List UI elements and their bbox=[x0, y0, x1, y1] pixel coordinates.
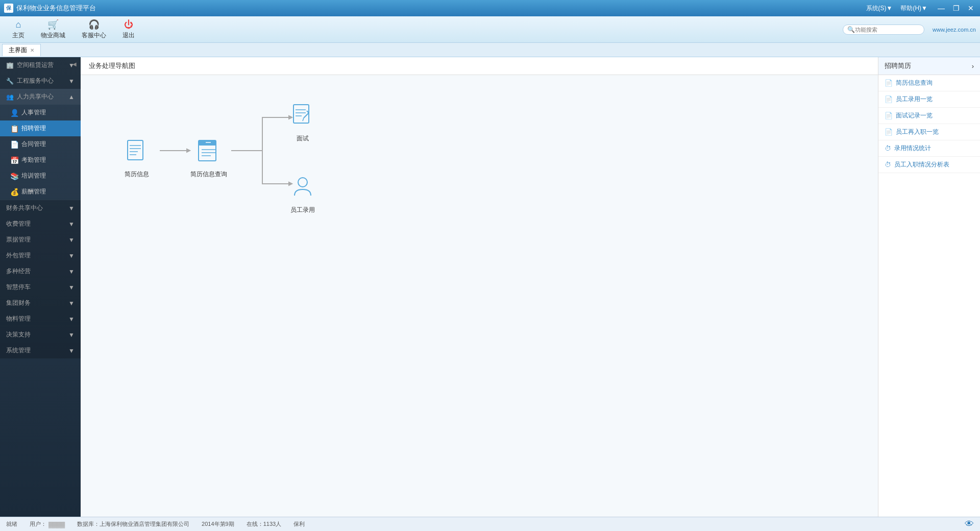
main-layout: ◀ 🏢 空间租赁运营 ▼ 🔧 工程服务中心 ▼ 👥 人力共享中心 ▲ 👤 人事管… bbox=[0, 57, 980, 517]
hire-icon bbox=[287, 172, 318, 203]
hire-label: 员工录用 bbox=[290, 206, 315, 214]
menu-logout[interactable]: ⏻ 退出 bbox=[114, 17, 143, 42]
re-hire-list-label: 员工再入职一览 bbox=[896, 128, 939, 136]
menu-service[interactable]: 🎧 客服中心 bbox=[74, 17, 114, 42]
user-name: ▓▓▓▓ bbox=[48, 521, 65, 527]
flow-fork-line bbox=[231, 150, 262, 151]
sidebar-item-fee-mgmt[interactable]: 收费管理 ▼ bbox=[0, 216, 81, 232]
menu-bar: ⌂ 主页 🛒 物业商城 🎧 客服中心 ⏻ 退出 🔍 www.jeez.com.c… bbox=[0, 16, 980, 43]
right-panel-item-re-hire-list[interactable]: 📄 员工再入职一览 bbox=[878, 124, 980, 140]
employee-analysis-label: 员工入职情况分析表 bbox=[894, 160, 949, 169]
jeez-link[interactable]: www.jeez.com.cn bbox=[933, 27, 976, 33]
service-icon: 🎧 bbox=[88, 19, 100, 30]
resume-info-label: 简历信息 bbox=[125, 170, 149, 179]
sidebar-item-group-finance[interactable]: 集团财务 ▼ bbox=[0, 295, 81, 311]
sidebar-item-recruit-mgmt[interactable]: 📋 招聘管理 bbox=[0, 120, 81, 136]
recruit-mgmt-icon: 📋 bbox=[10, 125, 18, 133]
sidebar-item-diversified[interactable]: 多种经营 ▼ bbox=[0, 263, 81, 279]
sidebar-item-finance-shared[interactable]: 财务共享中心 ▼ bbox=[0, 200, 81, 216]
engineering-icon: 🔧 bbox=[6, 78, 14, 85]
search-input[interactable] bbox=[855, 27, 916, 33]
diversified-label: 多种经营 bbox=[6, 267, 31, 276]
right-panel: 招聘简历 › 📄 简历信息查询 📄 员工录用一览 📄 面试记录一览 📄 员工再入… bbox=[878, 57, 980, 517]
status-ready: 就绪 bbox=[6, 520, 17, 528]
eye-icon[interactable]: 👁 bbox=[965, 519, 974, 529]
interview-list-label: 面试记录一览 bbox=[896, 111, 933, 120]
flow-node-resume-query[interactable]: 简历信息查询 bbox=[190, 136, 227, 179]
sidebar-item-invoice-mgmt[interactable]: 票据管理 ▼ bbox=[0, 232, 81, 248]
sidebar-item-contract-mgmt[interactable]: 📄 合同管理 bbox=[0, 136, 81, 152]
flow-node-hire[interactable]: 员工录用 bbox=[287, 172, 318, 214]
flow-node-resume-info[interactable]: 简历信息 bbox=[121, 136, 152, 179]
interview-label: 面试 bbox=[297, 134, 309, 143]
right-panel-item-hire-stats[interactable]: ⏱ 录用情况统计 bbox=[878, 140, 980, 157]
right-panel-arrow: › bbox=[972, 62, 974, 70]
contract-mgmt-label: 合同管理 bbox=[21, 140, 46, 149]
resume-query-panel-label: 简历信息查询 bbox=[896, 79, 933, 87]
space-rental-label: 空间租赁运营 bbox=[17, 61, 54, 69]
sidebar-item-hr-mgmt[interactable]: 👤 人事管理 bbox=[0, 105, 81, 120]
sidebar-item-decision-support[interactable]: 决策支持 ▼ bbox=[0, 327, 81, 343]
app-title: 保利物业业务信息管理平台 bbox=[16, 4, 96, 13]
sidebar-item-hr-shared[interactable]: 👥 人力共享中心 ▲ bbox=[0, 89, 81, 105]
sidebar-item-engineering[interactable]: 🔧 工程服务中心 ▼ bbox=[0, 73, 81, 89]
hire-stats-label: 录用情况统计 bbox=[894, 144, 931, 153]
mall-icon: 🛒 bbox=[47, 19, 59, 30]
tab-main-label: 主界面 bbox=[9, 46, 27, 55]
sidebar-item-system-mgmt[interactable]: 系统管理 ▼ bbox=[0, 343, 81, 358]
period-label: 2014年第9期 bbox=[202, 520, 234, 528]
engineering-label: 工程服务中心 bbox=[17, 77, 54, 85]
sidebar-item-smart-parking[interactable]: 智慧停车 ▼ bbox=[0, 279, 81, 295]
menu-mall-label: 物业商城 bbox=[41, 31, 65, 40]
menu-bar-right: 🔍 www.jeez.com.cn bbox=[843, 25, 976, 35]
svg-line-16 bbox=[303, 118, 304, 121]
employee-analysis-icon: ⏱ bbox=[885, 161, 891, 168]
hr-shared-label: 人力共享中心 bbox=[17, 92, 54, 101]
re-hire-list-icon: 📄 bbox=[885, 128, 893, 136]
tab-close-icon[interactable]: ✕ bbox=[30, 47, 34, 53]
close-button[interactable]: ✕ bbox=[966, 4, 976, 12]
title-bar-right: 系统(S)▼ 帮助(H)▼ — ❐ ✕ bbox=[866, 4, 976, 13]
sidebar-collapse-button[interactable]: ◀ bbox=[72, 57, 81, 517]
menu-home-label: 主页 bbox=[12, 31, 24, 40]
right-panel-header[interactable]: 招聘简历 › bbox=[878, 57, 980, 75]
menu-mall[interactable]: 🛒 物业商城 bbox=[33, 17, 74, 42]
sidebar-item-salary-mgmt[interactable]: 💰 薪酬管理 bbox=[0, 184, 81, 200]
right-panel-item-hire-list[interactable]: 📄 员工录用一览 bbox=[878, 91, 980, 108]
home-icon: ⌂ bbox=[16, 19, 21, 30]
right-panel-title: 招聘简历 bbox=[885, 61, 911, 70]
contract-mgmt-icon: 📄 bbox=[10, 140, 18, 149]
system-menu[interactable]: 系统(S)▼ bbox=[866, 4, 893, 13]
menu-home[interactable]: ⌂ 主页 bbox=[4, 17, 33, 42]
right-panel-item-resume-query[interactable]: 📄 简历信息查询 bbox=[878, 75, 980, 91]
flow-arrow-hire: ▶ bbox=[262, 183, 290, 184]
title-bar-left: 保 保利物业业务信息管理平台 bbox=[4, 4, 96, 13]
right-panel-item-interview-list[interactable]: 📄 面试记录一览 bbox=[878, 108, 980, 124]
sidebar-item-attendance-mgmt[interactable]: 📅 考勤管理 bbox=[0, 152, 81, 168]
material-mgmt-label: 物料管理 bbox=[6, 315, 31, 323]
help-menu[interactable]: 帮助(H)▼ bbox=[900, 4, 927, 13]
hire-list-icon: 📄 bbox=[885, 95, 893, 103]
tab-bar: 主界面 ✕ bbox=[0, 43, 980, 57]
minimize-button[interactable]: — bbox=[936, 4, 947, 12]
search-box[interactable]: 🔍 bbox=[843, 25, 924, 35]
tab-main[interactable]: 主界面 ✕ bbox=[2, 44, 41, 56]
flow-diagram: 简历信息 ▶ bbox=[91, 95, 448, 249]
sidebar-item-outsource-mgmt[interactable]: 外包管理 ▼ bbox=[0, 248, 81, 263]
sidebar-item-space-rental[interactable]: 🏢 空间租赁运营 ▼ bbox=[0, 57, 81, 73]
logout-icon: ⏻ bbox=[124, 19, 133, 30]
flow-node-interview[interactable]: 面试 bbox=[287, 101, 318, 143]
svg-rect-0 bbox=[128, 140, 143, 160]
sidebar-item-material-mgmt[interactable]: 物料管理 ▼ bbox=[0, 311, 81, 327]
status-company: 保利 bbox=[293, 520, 305, 528]
right-panel-item-employee-analysis[interactable]: ⏱ 员工入职情况分析表 bbox=[878, 157, 980, 173]
hire-stats-icon: ⏱ bbox=[885, 144, 891, 152]
status-user: 用户： ▓▓▓▓ bbox=[30, 520, 65, 528]
resume-query-icon bbox=[193, 136, 224, 167]
status-online: 在线：1133人 bbox=[247, 520, 281, 528]
restore-button[interactable]: ❐ bbox=[951, 4, 962, 12]
sidebar-item-training-mgmt[interactable]: 📚 培训管理 bbox=[0, 168, 81, 184]
app-icon: 保 bbox=[4, 4, 13, 13]
user-label: 用户： bbox=[30, 520, 46, 528]
resume-query-label: 简历信息查询 bbox=[190, 170, 227, 179]
